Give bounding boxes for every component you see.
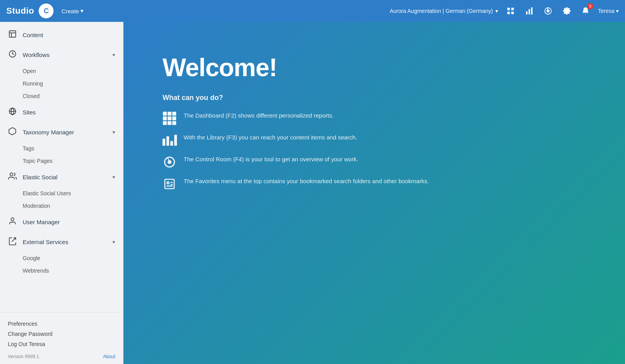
header-right: Aurora Augmentation | German (Germany) ▾… (390, 5, 619, 17)
sidebar-item-external-services-label: External Services (23, 239, 107, 245)
main-layout: Content Workflows ▾ Open Running Closed (0, 22, 625, 364)
welcome-subtitle: What can you do? (162, 94, 429, 102)
sidebar-item-taxonomy-label: Taxonomy Manager (23, 129, 107, 136)
taxonomy-chevron-icon: ▾ (112, 129, 115, 135)
sidebar-item-taxonomy[interactable]: Taxonomy Manager ▾ (0, 122, 123, 142)
notification-badge: 9 (587, 3, 593, 9)
external-services-chevron-icon: ▾ (112, 239, 115, 245)
sidebar-item-sites[interactable]: Sites (0, 102, 123, 122)
feature-dashboard-text: The Dashboard (F2) shows different perso… (184, 111, 334, 120)
sidebar-item-content-label: Content (23, 32, 115, 38)
sidebar: Content Workflows ▾ Open Running Closed (0, 22, 123, 364)
svg-rect-2 (507, 12, 510, 14)
svg-rect-3 (511, 12, 514, 14)
sidebar-item-external-services[interactable]: External Services ▾ (0, 232, 123, 252)
svg-line-18 (12, 238, 16, 242)
logout-link[interactable]: Log Out Teresa (8, 339, 115, 349)
svg-rect-0 (507, 8, 510, 10)
svg-rect-5 (529, 9, 530, 14)
sites-icon (8, 107, 17, 118)
workflows-icon (8, 50, 17, 60)
sidebar-nav: Content Workflows ▾ Open Running Closed (0, 22, 123, 312)
sidebar-item-topic-pages[interactable]: Topic Pages (0, 155, 123, 167)
dashboard-feature-icon (162, 111, 177, 125)
workspace-selector[interactable]: Aurora Augmentation | German (Germany) ▾ (390, 8, 498, 14)
feature-library: With the Library (F3) you can reach your… (162, 133, 429, 147)
elastic-social-icon (8, 172, 17, 182)
preferences-link[interactable]: Preferences (8, 319, 115, 329)
control-room-feature-icon (162, 155, 177, 169)
feature-control-room: The Control Room (F4) is your tool to ge… (162, 155, 429, 169)
create-button[interactable]: Create ▾ (61, 7, 84, 14)
svg-rect-10 (9, 31, 16, 37)
sidebar-item-open[interactable]: Open (0, 65, 123, 77)
svg-rect-1 (511, 8, 514, 10)
feature-favorites: The Favorites menu at the top contains y… (162, 177, 429, 191)
workflows-chevron-icon: ▾ (112, 52, 115, 58)
sidebar-item-user-manager[interactable]: User Manager (0, 212, 123, 232)
library-feature-icon (162, 133, 177, 147)
svg-point-20 (167, 182, 169, 184)
chevron-down-icon: ▾ (495, 8, 498, 14)
elastic-social-chevron-icon: ▾ (112, 174, 115, 180)
sidebar-item-elastic-social-users[interactable]: Elastic Social Users (0, 187, 123, 200)
sidebar-item-elastic-social[interactable]: Elastic Social ▾ (0, 167, 123, 187)
version-text: Version 9999.1 (8, 354, 39, 359)
sidebar-item-moderation[interactable]: Moderation (0, 200, 123, 212)
studio-title: Studio (6, 6, 34, 16)
taxonomy-icon (8, 127, 17, 137)
notifications-icon-btn[interactable]: 9 (579, 5, 592, 17)
sidebar-item-workflows-label: Workflows (23, 52, 107, 58)
feature-control-room-text: The Control Room (F4) is your tool to ge… (184, 155, 358, 164)
chevron-down-icon: ▾ (80, 7, 84, 14)
content-icon (8, 30, 17, 40)
top-header: Studio C Create ▾ Aurora Augmentation | … (0, 0, 625, 22)
sidebar-item-google[interactable]: Google (0, 252, 123, 264)
sidebar-item-content[interactable]: Content (0, 25, 123, 45)
sidebar-item-tags[interactable]: Tags (0, 142, 123, 155)
welcome-content: Welcome! What can you do? The Dashboard … (162, 53, 429, 199)
sidebar-item-workflows[interactable]: Workflows ▾ (0, 45, 123, 65)
feature-list: The Dashboard (F2) shows different perso… (162, 111, 429, 191)
about-link[interactable]: About (103, 354, 115, 359)
footer-version-row: Version 9999.1 About (8, 354, 115, 359)
feature-favorites-text: The Favorites menu at the top contains y… (184, 177, 429, 186)
sidebar-footer: Preferences Change Password Log Out Tere… (0, 312, 123, 364)
svg-point-16 (10, 173, 13, 176)
feature-library-text: With the Library (F3) you can reach your… (184, 133, 357, 142)
external-services-icon (8, 237, 17, 247)
sidebar-item-sites-label: Sites (23, 109, 115, 116)
change-password-link[interactable]: Change Password (8, 329, 115, 339)
svg-rect-4 (526, 11, 528, 14)
sidebar-item-closed[interactable]: Closed (0, 90, 123, 102)
control-room-icon-btn[interactable] (542, 5, 554, 17)
welcome-title: Welcome! (162, 53, 429, 82)
sidebar-item-user-manager-label: User Manager (23, 219, 115, 225)
welcome-area: Welcome! What can you do? The Dashboard … (123, 22, 625, 364)
settings-icon-btn[interactable] (561, 5, 573, 17)
sidebar-item-elastic-social-label: Elastic Social (23, 174, 107, 180)
favorites-feature-icon (162, 177, 177, 191)
logo-circle: C (39, 4, 54, 18)
svg-point-17 (11, 218, 14, 221)
header-left: Studio C Create ▾ (6, 4, 84, 18)
user-menu-button[interactable]: Teresa ▾ (598, 8, 619, 14)
dashboard-icon-btn[interactable] (504, 5, 517, 17)
library-icon-btn[interactable] (523, 5, 536, 17)
feature-dashboard: The Dashboard (F2) shows different perso… (162, 111, 429, 125)
sidebar-item-running[interactable]: Running (0, 77, 123, 90)
chevron-down-icon: ▾ (616, 8, 619, 14)
sidebar-item-webtrends[interactable]: Webtrends (0, 264, 123, 277)
svg-rect-6 (531, 7, 533, 14)
user-manager-icon (8, 217, 17, 227)
svg-rect-19 (165, 179, 174, 189)
